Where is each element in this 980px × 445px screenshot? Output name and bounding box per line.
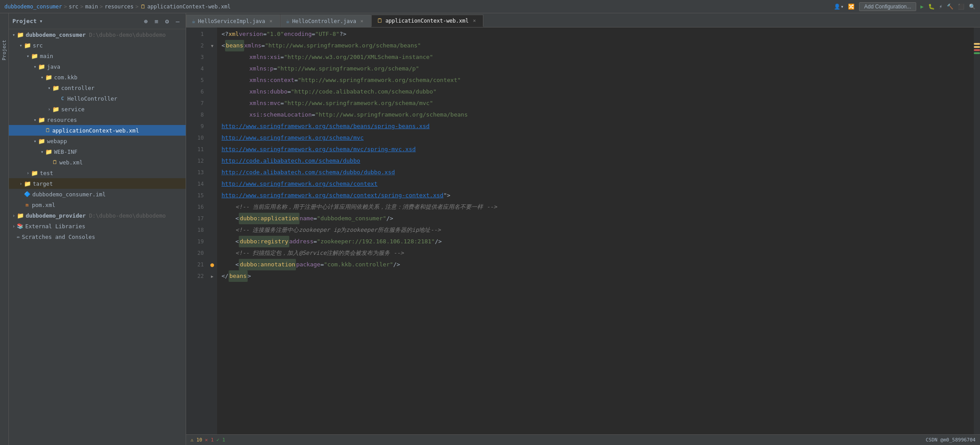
gutter-10 [207, 132, 217, 144]
line-num-3: 3 [186, 51, 207, 63]
folder-icon-service: 📁 [52, 106, 59, 113]
breadcrumb-file[interactable]: applicationContext-web.xml [148, 4, 231, 10]
folder-icon-src: 📁 [24, 42, 31, 49]
folder-icon-0: 📁 [17, 31, 24, 38]
line-num-17: 17 [186, 213, 207, 224]
sidebar-item-hello-controller[interactable]: C HelloController [9, 93, 186, 104]
code-line-11: http://www.springframework.org/schema/mv… [222, 144, 974, 155]
sidebar-item-test[interactable]: › 📁 test [9, 168, 186, 178]
folder-icon-com-kkb: 📁 [45, 74, 52, 81]
sidebar-item-scratches[interactable]: ✏ Scratches and Consoles [9, 231, 186, 242]
profile-icon[interactable]: ⚡ [939, 4, 942, 10]
code-line-12: http://code.alibabatech.com/schema/dubbo [222, 155, 974, 167]
csdn-watermark: CSDN @m0_58996704 [926, 437, 976, 443]
sidebar-item-provider-root[interactable]: › 📁 dubbodemo_provider D:\dubbo-demo\dub… [9, 210, 186, 221]
editor-area: ☕ HelloServiceImpl.java ✕ ☕ HelloControl… [186, 13, 980, 445]
folder-icon-resources: 📁 [38, 117, 45, 123]
user-icon[interactable]: 👤▾ [834, 4, 844, 10]
breadcrumb-resources[interactable]: resources [105, 4, 133, 10]
line-num-16: 16 [186, 201, 207, 213]
left-strip: Project [0, 13, 9, 445]
sidebar-label-src: src [33, 42, 43, 49]
tab-hello-controller[interactable]: ☕ HelloController.java ✕ [280, 15, 371, 27]
code-line-16: <!-- 当前应用名称，用于注册中心计算应用间依赖关系，注意：消费者和提供者应用… [222, 201, 974, 213]
breadcrumb: dubbodemo_consumer > src > main > resour… [4, 4, 230, 10]
run-icon[interactable]: ▶ [921, 4, 924, 10]
debug-icon[interactable]: 🐛 [928, 4, 935, 10]
code-line-21: <dubbo:annotation package="com.kkb.contr… [222, 259, 974, 270]
fold-icon-22[interactable]: ▸ [210, 273, 214, 280]
fold-icon-2[interactable]: ▾ [210, 42, 214, 49]
sidebar-collapse-btn[interactable]: ≡ [152, 17, 161, 26]
sidebar-label-java: java [47, 63, 60, 70]
breadcrumb-project[interactable]: dubbodemo_consumer [4, 4, 62, 10]
arrow-java: ▾ [32, 64, 38, 69]
tab-hello-service-impl[interactable]: ☕ HelloServiceImpl.java ✕ [186, 15, 280, 27]
tabs-bar: ☕ HelloServiceImpl.java ✕ ☕ HelloControl… [186, 13, 980, 27]
line-num-18: 18 [186, 224, 207, 236]
sidebar-item-external-libs[interactable]: › 📚 External Libraries [9, 221, 186, 231]
ok-count: 1 [222, 437, 226, 443]
sidebar-item-controller[interactable]: ▾ 📁 controller [9, 82, 186, 93]
sidebar-item-web-xml[interactable]: 🗒 web.xml [9, 157, 186, 168]
code-line-3: xmlns:xsi="http://www.w3.org/2001/XMLSch… [222, 51, 974, 63]
add-config-button[interactable]: Add Configuration... [859, 2, 916, 11]
sidebar-add-btn[interactable]: ⊕ [141, 17, 150, 26]
sidebar-item-app-context-xml[interactable]: 🗒 applicationContext-web.xml [9, 125, 186, 136]
sidebar-item-java[interactable]: ▾ 📁 java [9, 61, 186, 72]
sidebar-item-src[interactable]: ▾ 📁 src [9, 40, 186, 51]
arrow-resources: ▾ [32, 117, 38, 122]
sidebar-settings-btn[interactable]: ⚙ [163, 17, 171, 26]
arrow-webinf: ▾ [39, 149, 45, 154]
gutter-17 [207, 213, 217, 224]
line-num-22: 22 [186, 270, 207, 282]
sidebar-item-dubbodemo-consumer[interactable]: ▾ 📁 dubbodemo_consumer D:\dubbo-demo\dub… [9, 29, 186, 40]
tab-app-context-xml[interactable]: 🗒 applicationContext-web.xml ✕ [371, 15, 483, 27]
sidebar-item-target[interactable]: › 📁 target [9, 178, 186, 189]
sidebar-item-pom[interactable]: m pom.xml [9, 199, 186, 210]
gutter-21[interactable]: ● [207, 259, 217, 270]
breadcrumb-main[interactable]: main [85, 4, 98, 10]
arrow-0: ▾ [11, 32, 17, 37]
sidebar-tree: ▾ 📁 dubbodemo_consumer D:\dubbo-demo\dub… [9, 29, 186, 445]
xml-file-icon-2: 🗒 [52, 159, 58, 165]
error-indicators [974, 28, 980, 38]
git-icon[interactable]: 🔀 [848, 4, 855, 10]
warning-indicator: ⚠ 10 [191, 437, 202, 443]
code-line-9: http://www.springframework.org/schema/be… [222, 121, 974, 132]
sidebar-item-iml[interactable]: 🔷 dubbodemo_consumer.iml [9, 189, 186, 199]
sidebar-dropdown-arrow[interactable]: ▾ [39, 18, 43, 24]
warning-icon: ⚠ [191, 437, 194, 443]
code-line-7: xmlns:mvc="http://www.springframework.or… [222, 98, 974, 109]
java-file-icon: C [59, 96, 66, 101]
sidebar-item-main[interactable]: ▾ 📁 main [9, 51, 186, 61]
stop-icon[interactable]: ⬛ [958, 4, 964, 10]
build-icon[interactable]: 🔨 [947, 4, 953, 10]
status-bar: ⚠ 10 ✕ 1 ✓ 1 CSDN @m0_58996704 [186, 434, 980, 445]
tab-close-0[interactable]: ✕ [268, 18, 274, 24]
gutter-2[interactable]: ▾ [207, 40, 217, 51]
code-line-20: <!-- 扫描指定包，加入@Service注解的类会被发布为服务 --> [222, 247, 974, 259]
gutter-19 [207, 236, 217, 247]
libs-icon: 📚 [17, 223, 23, 229]
sep1: > [64, 4, 67, 10]
error-icon: ✕ [205, 437, 208, 443]
sidebar-item-webapp[interactable]: ▾ 📁 webapp [9, 136, 186, 146]
sidebar-item-resources[interactable]: ▾ 📁 resources [9, 114, 186, 125]
breadcrumb-src[interactable]: src [69, 4, 78, 10]
tab-close-1[interactable]: ✕ [359, 18, 365, 24]
code-area[interactable]: <?xml version="1.0" encoding="UTF-8"?> <… [217, 27, 974, 434]
search-icon[interactable]: 🔍 [969, 4, 976, 10]
gutter-5 [207, 74, 217, 86]
sidebar-item-webinf[interactable]: ▾ 📁 WEB-INF [9, 146, 186, 157]
tab-close-2[interactable]: ✕ [471, 18, 478, 24]
gutter-13 [207, 167, 217, 178]
sidebar-label-provider: dubbodemo_provider D:\dubbo-demo\dubbode… [26, 212, 166, 219]
sidebar-label-test: test [40, 170, 53, 176]
sidebar-item-service[interactable]: › 📁 service [9, 104, 186, 114]
gutter-22[interactable]: ▸ [207, 270, 217, 282]
code-line-14: http://www.springframework.org/schema/co… [222, 178, 974, 190]
sidebar-minimize-btn[interactable]: — [173, 17, 182, 26]
project-strip-label[interactable]: Project [1, 40, 7, 60]
sidebar-item-com-kkb[interactable]: ▾ 📁 com.kkb [9, 72, 186, 82]
